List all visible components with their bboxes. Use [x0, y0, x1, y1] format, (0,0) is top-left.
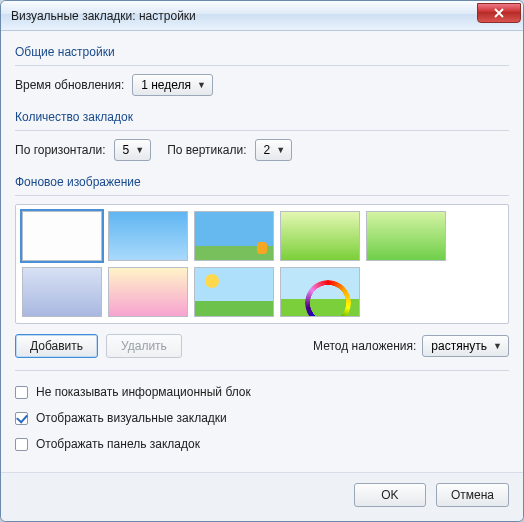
delete-label: Удалить [121, 339, 167, 353]
vert-select[interactable]: 2 ▼ [255, 139, 293, 161]
vert-label: По вертикали: [167, 143, 246, 157]
refresh-select[interactable]: 1 неделя ▼ [132, 74, 213, 96]
horiz-select[interactable]: 5 ▼ [114, 139, 152, 161]
chevron-down-icon: ▼ [197, 80, 206, 90]
dialog-body: Общие настройки Время обновления: 1 неде… [1, 31, 523, 472]
count-heading: Количество закладок [15, 110, 509, 124]
cancel-button[interactable]: Отмена [436, 483, 509, 507]
divider [15, 195, 509, 196]
refresh-value: 1 неделя [141, 78, 191, 92]
thumb-sunnyfield[interactable] [194, 267, 274, 317]
hide-info-checkbox[interactable] [15, 386, 28, 399]
thumbs-grid [22, 211, 502, 317]
chevron-down-icon: ▼ [493, 341, 502, 351]
footer: OK Отмена [1, 472, 523, 521]
thumb-lightgreen[interactable] [366, 211, 446, 261]
vert-value: 2 [264, 143, 271, 157]
add-label: Добавить [30, 339, 83, 353]
overlay-value: растянуть [431, 339, 487, 353]
thumb-white[interactable] [22, 211, 102, 261]
thumb-bluesky[interactable] [108, 211, 188, 261]
show-visual-label: Отображать визуальные закладки [36, 411, 227, 425]
thumb-bluemeadow[interactable] [194, 211, 274, 261]
thumb-rainbow[interactable] [280, 267, 360, 317]
thumb-sunrise[interactable] [108, 267, 188, 317]
divider [15, 370, 509, 371]
refresh-label: Время обновления: [15, 78, 124, 92]
hide-info-label: Не показывать информационный блок [36, 385, 251, 399]
delete-button: Удалить [106, 334, 182, 358]
settings-window: Визуальные закладки: настройки Общие нас… [0, 0, 524, 522]
ok-button[interactable]: OK [354, 483, 426, 507]
horiz-label: По горизонтали: [15, 143, 106, 157]
horiz-value: 5 [123, 143, 130, 157]
background-heading: Фоновое изображение [15, 175, 509, 189]
overlay-select[interactable]: растянуть ▼ [422, 335, 509, 357]
show-panel-checkbox[interactable] [15, 438, 28, 451]
chevron-down-icon: ▼ [276, 145, 285, 155]
overlay-label: Метод наложения: [313, 339, 416, 353]
close-button[interactable] [477, 3, 521, 23]
titlebar: Визуальные закладки: настройки [1, 1, 523, 31]
divider [15, 65, 509, 66]
thumbs-frame [15, 204, 509, 324]
divider [15, 130, 509, 131]
add-button[interactable]: Добавить [15, 334, 98, 358]
thumb-limegreen[interactable] [280, 211, 360, 261]
chevron-down-icon: ▼ [135, 145, 144, 155]
cancel-label: Отмена [451, 488, 494, 502]
close-icon [494, 8, 504, 18]
general-heading: Общие настройки [15, 45, 509, 59]
thumb-softblue[interactable] [22, 267, 102, 317]
show-visual-checkbox[interactable] [15, 412, 28, 425]
ok-label: OK [381, 488, 398, 502]
show-panel-label: Отображать панель закладок [36, 437, 200, 451]
window-title: Визуальные закладки: настройки [11, 9, 477, 23]
